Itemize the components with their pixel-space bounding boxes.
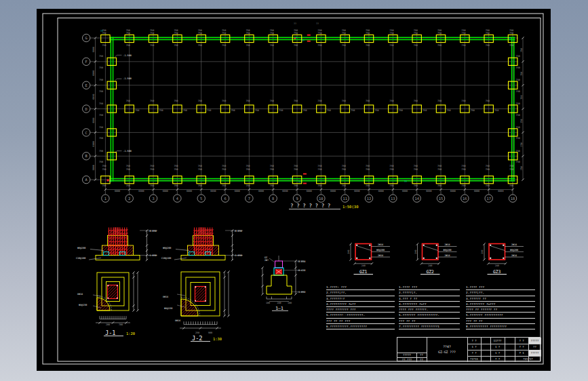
s11-elev-a: -0.050 (297, 260, 305, 263)
cad-shape (503, 258, 504, 259)
cad-text: 750 (99, 126, 103, 129)
cad-text: 750 (102, 168, 106, 171)
cad-text: 750 (461, 168, 465, 171)
cad-text: 750 (366, 168, 370, 171)
cad-shape (307, 41, 311, 42)
cad-shape (436, 258, 437, 259)
cad-text: 240 (347, 249, 350, 254)
cad-text: 750 (222, 184, 226, 187)
cad-text: 6000 (354, 190, 359, 193)
cad-text: ?? (302, 39, 305, 42)
cad-text: 18 (511, 197, 515, 201)
cad-text: 750 (516, 137, 520, 140)
cad-text: 750 (366, 100, 370, 102)
cad-text: 750 (399, 109, 403, 112)
cad-text: GZ2 (426, 269, 434, 275)
cad-shape (195, 287, 197, 288)
cad-text: 750 (174, 44, 178, 47)
cad-text: E (85, 83, 87, 87)
cad-shape (108, 285, 118, 299)
cad-text: 6000 (282, 190, 288, 193)
cad-shape (195, 287, 206, 302)
cad-text: 750 (520, 96, 523, 100)
cad-text: ?? (100, 30, 103, 33)
cad-text: 750 (486, 32, 490, 35)
cad-text: 3 (152, 197, 154, 201)
cad-text: 6000 (92, 117, 95, 123)
cad-text: 750 (486, 100, 490, 102)
cad-shape (107, 179, 109, 181)
cad-text: 750 (461, 100, 465, 102)
cad-text: 750 (516, 55, 520, 58)
cad-text: 750 (99, 79, 103, 81)
cad-text: 750 (516, 66, 520, 69)
viewer-background: 6000600060006000600060007507507507507507… (0, 0, 588, 381)
cad-text: 6000 (92, 94, 95, 100)
cad-text: 750 (126, 32, 130, 35)
cad-text: 6000 (474, 190, 479, 193)
j1-leader-d: Φ8@150 (79, 304, 87, 306)
cad-text: 750 (317, 184, 321, 187)
cad-text: 750 (516, 114, 520, 117)
cad-text: 750 (294, 44, 298, 47)
cad-text: 750 (342, 32, 346, 35)
cad-shape (303, 183, 307, 184)
cad-text: ?? (109, 180, 112, 183)
cad-text: Φ6@200 (510, 249, 518, 252)
cad-text: 750 (516, 150, 520, 153)
cad-text: D (85, 107, 87, 111)
cad-text: 750 (389, 32, 393, 35)
cad-shape (356, 245, 357, 246)
cad-text: 2Φ14 (511, 243, 517, 246)
cad-text: 6000 (402, 190, 408, 193)
cad-text: 6000 (450, 190, 456, 193)
cad-text: ?? (294, 22, 296, 25)
cad-text: 750 (414, 184, 418, 187)
j1-label: J-1 (105, 329, 116, 336)
cad-text: 750 (516, 90, 520, 93)
cad-shape (303, 174, 307, 175)
cad-text: 750 (486, 168, 490, 171)
cad-text: C (85, 131, 87, 135)
cad-text: 750 (270, 44, 274, 47)
cad-text: 6000 (498, 190, 503, 193)
cad-text: 240 (414, 249, 417, 254)
cad-text: 750 (317, 100, 321, 102)
plan-title: ? ? ? ? ? ? ? (290, 203, 330, 209)
cad-text: 750 (317, 32, 321, 35)
j1-dim-b: 700 (119, 323, 123, 326)
cad-text: 16 (463, 197, 467, 201)
cad-text: 750 (174, 184, 178, 187)
cad-text: 750 (471, 109, 475, 112)
cad-text: 750 (150, 184, 154, 187)
cad-text: 750 (516, 126, 520, 129)
cad-text: 750 (486, 44, 490, 47)
j1-dim-a: 200 (106, 323, 110, 326)
cad-text: 750 (198, 184, 202, 187)
cad-shape (369, 258, 370, 259)
cad-drawing: 6000600060006000600060007507507507507507… (0, 0, 588, 381)
cad-text: 750 (255, 109, 259, 112)
cad-shape (423, 245, 425, 246)
cad-text: 750 (294, 32, 298, 35)
cad-text: 750 (99, 66, 103, 69)
cad-text: 750 (437, 32, 442, 35)
cad-text: 750 (437, 44, 442, 47)
cad-text: 750 (99, 90, 103, 93)
cad-text: 2Φ14 (444, 243, 450, 246)
cad-text: 750 (317, 168, 321, 171)
cad-text: 2Φ14 (444, 254, 450, 257)
j2-dim-a: 250 (195, 332, 199, 334)
cad-text: 750 (302, 109, 307, 112)
cad-text: 750 (207, 109, 211, 112)
cad-text: 750 (509, 168, 513, 171)
cad-text: 750 (327, 109, 331, 112)
cad-text: 750 (126, 100, 130, 102)
cad-text: 750 (317, 44, 321, 47)
cad-text: 750 (126, 44, 130, 47)
cad-text: 750 (389, 100, 393, 102)
cad-text: Φ6@200 (376, 249, 385, 252)
cad-shape (490, 245, 491, 246)
cad-text: ?? (404, 180, 407, 183)
j2-elev-bot: -1.050 (234, 254, 242, 257)
